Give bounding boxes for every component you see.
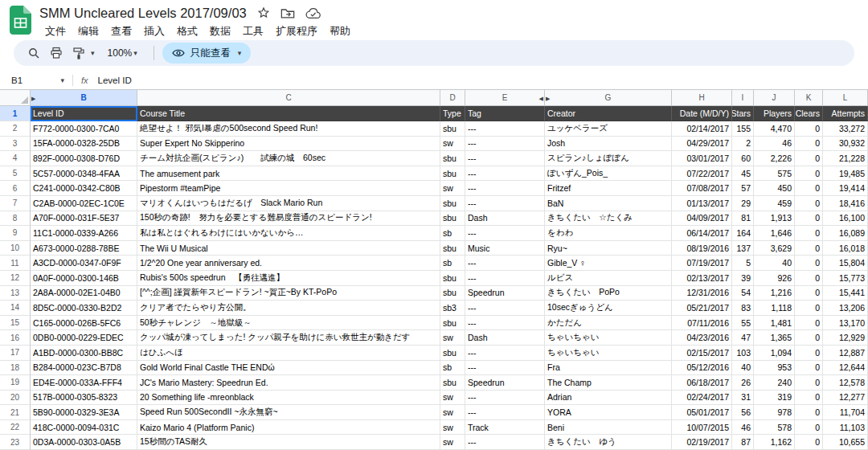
- cell-I4[interactable]: 60: [732, 151, 754, 166]
- cell-G21[interactable]: YORA: [545, 405, 672, 420]
- cell-C22[interactable]: Kaizo Mario 4 (Platform Panic): [137, 420, 440, 436]
- cell-J17[interactable]: 1,094: [754, 346, 795, 361]
- cell-H10[interactable]: 08/19/2016: [672, 241, 732, 256]
- cell-D11[interactable]: sb: [440, 256, 465, 271]
- cell-D13[interactable]: sbu: [440, 286, 465, 301]
- cell-I9[interactable]: 164: [732, 226, 754, 241]
- cell-I12[interactable]: 39: [732, 271, 754, 286]
- cell-L17[interactable]: 12,887: [823, 346, 868, 361]
- row-number-2[interactable]: 2: [0, 121, 31, 137]
- cell-K11[interactable]: 0: [795, 256, 823, 271]
- cell-H15[interactable]: 07/11/2016: [672, 316, 732, 331]
- cell-C11[interactable]: 1/2^20 One year anniversary ed.: [137, 256, 440, 271]
- print-icon[interactable]: [46, 43, 67, 63]
- cell-K14[interactable]: 0: [795, 301, 823, 316]
- cell-L19[interactable]: 12,578: [823, 375, 868, 391]
- cell-B23[interactable]: 0D3A-0000-0303-0A5B: [31, 435, 137, 450]
- cell-J12[interactable]: 926: [754, 271, 795, 286]
- row-number-7[interactable]: 7: [0, 196, 31, 211]
- cell-D22[interactable]: sw: [440, 420, 465, 436]
- cell-D10[interactable]: sbu: [440, 241, 465, 256]
- cell-E12[interactable]: ---: [465, 271, 545, 286]
- cell-L15[interactable]: 13,170: [823, 316, 868, 331]
- paint-format-button[interactable]: ▾: [68, 43, 95, 63]
- cell-I10[interactable]: 137: [732, 241, 754, 256]
- cell-L5[interactable]: 19,485: [823, 166, 868, 182]
- cell-K9[interactable]: 0: [795, 226, 823, 241]
- cell-I13[interactable]: 54: [732, 286, 754, 301]
- cell-I7[interactable]: 29: [732, 196, 754, 211]
- menu-数据[interactable]: 数据: [204, 22, 236, 40]
- cell-H23[interactable]: 02/19/2017: [672, 435, 732, 450]
- cell-C7[interactable]: マリオくんはいつもはだるげ Slack Mario Run: [137, 196, 440, 211]
- cell-H19[interactable]: 06/18/2017: [672, 375, 732, 391]
- cell-E4[interactable]: ---: [465, 151, 545, 166]
- cell-E11[interactable]: ---: [465, 256, 545, 271]
- cell-J18[interactable]: 953: [754, 361, 795, 376]
- cell-G20[interactable]: Adrian: [545, 391, 672, 406]
- cell-D9[interactable]: sb: [440, 226, 465, 241]
- cell-G6[interactable]: Fritzef: [545, 181, 672, 196]
- cell-C15[interactable]: 50秒チャレンジ ～地獄級～: [137, 316, 440, 331]
- search-icon[interactable]: [23, 43, 44, 63]
- row-number-5[interactable]: 5: [0, 166, 31, 182]
- cell-B9[interactable]: 11C1-0000-0339-A266: [31, 226, 137, 241]
- cell-E5[interactable]: ---: [465, 166, 545, 182]
- cell-E8[interactable]: Dash: [465, 211, 545, 227]
- row-number-18[interactable]: 18: [0, 361, 31, 376]
- cell-E20[interactable]: ---: [465, 391, 545, 406]
- cell-B4[interactable]: 892F-0000-0308-D76D: [31, 151, 137, 166]
- cell-C8[interactable]: 150秒の奇跡! 努力を必要とする難易度普通のスピードラン!: [137, 211, 440, 227]
- cell-C18[interactable]: Gold World Final Castle THE ENDώ: [137, 361, 440, 376]
- menu-帮助[interactable]: 帮助: [324, 22, 356, 40]
- row-number-11[interactable]: 11: [0, 256, 31, 271]
- cell-H5[interactable]: 07/22/2017: [672, 166, 732, 182]
- cell-K21[interactable]: 0: [795, 405, 823, 420]
- cell-C20[interactable]: 20 Something life -mreonblack: [137, 391, 440, 406]
- cell-E2[interactable]: ---: [465, 121, 545, 137]
- cell-J19[interactable]: 240: [754, 375, 795, 391]
- cell-K3[interactable]: 0: [795, 137, 823, 152]
- cell-G16[interactable]: ちゃいちゃい: [545, 330, 672, 346]
- cell-J3[interactable]: 46: [754, 137, 795, 152]
- cell-J8[interactable]: 1,913: [754, 211, 795, 227]
- cell-H9[interactable]: 06/14/2017: [672, 226, 732, 241]
- cell-C5[interactable]: The amusement park: [137, 166, 440, 182]
- row-number-8[interactable]: 8: [0, 211, 31, 227]
- row-number-4[interactable]: 4: [0, 151, 31, 166]
- cell-J23[interactable]: 1,162: [754, 435, 795, 450]
- hidden-column-arrow-icon[interactable]: ▶: [31, 95, 35, 100]
- cell-B17[interactable]: A1BD-0000-0300-BB8C: [31, 346, 137, 361]
- cell-B1[interactable]: Level ID: [31, 106, 137, 121]
- cell-C10[interactable]: The Wii U Musical: [137, 241, 440, 256]
- menu-插入[interactable]: 插入: [138, 22, 170, 40]
- cell-B12[interactable]: 0A0F-0000-0300-146B: [31, 271, 137, 286]
- cell-G3[interactable]: Josh: [545, 137, 672, 152]
- cell-E18[interactable]: ---: [465, 361, 545, 376]
- cell-H14[interactable]: 05/21/2017: [672, 301, 732, 316]
- cell-G4[interactable]: スピラン♪しょぼぼん: [545, 151, 672, 166]
- cell-B14[interactable]: 8D5C-0000-0330-B2D2: [31, 301, 137, 316]
- menu-查看[interactable]: 查看: [105, 22, 137, 40]
- sheets-logo-icon[interactable]: [10, 6, 31, 38]
- cell-B20[interactable]: 517B-0000-0305-8323: [31, 391, 137, 406]
- cell-G12[interactable]: ルビス: [545, 271, 672, 286]
- cell-E17[interactable]: ---: [465, 346, 545, 361]
- cell-E14[interactable]: ---: [465, 301, 545, 316]
- cell-J10[interactable]: 3,629: [754, 241, 795, 256]
- cell-H12[interactable]: 02/13/2017: [672, 271, 732, 286]
- formula-input[interactable]: Level ID: [98, 76, 132, 85]
- cell-H18[interactable]: 05/12/2016: [672, 361, 732, 376]
- cell-G7[interactable]: BaN: [545, 196, 672, 211]
- cell-C2[interactable]: 絶望せよ！ 邪気I暴虐の500second Speed Run!: [137, 121, 440, 137]
- cell-D19[interactable]: sbu: [440, 375, 465, 391]
- cell-L10[interactable]: 16,018: [823, 241, 868, 256]
- cell-E10[interactable]: Music: [465, 241, 545, 256]
- name-box[interactable]: B1 ▾: [11, 76, 64, 85]
- cell-C6[interactable]: Pipestorm #teamPipe: [137, 181, 440, 196]
- cell-H16[interactable]: 04/23/2016: [672, 330, 732, 346]
- cell-L9[interactable]: 16,089: [823, 226, 868, 241]
- cell-H8[interactable]: 04/09/2017: [672, 211, 732, 227]
- cell-C17[interactable]: はひふへほ: [137, 346, 440, 361]
- row-number-22[interactable]: 22: [0, 420, 31, 436]
